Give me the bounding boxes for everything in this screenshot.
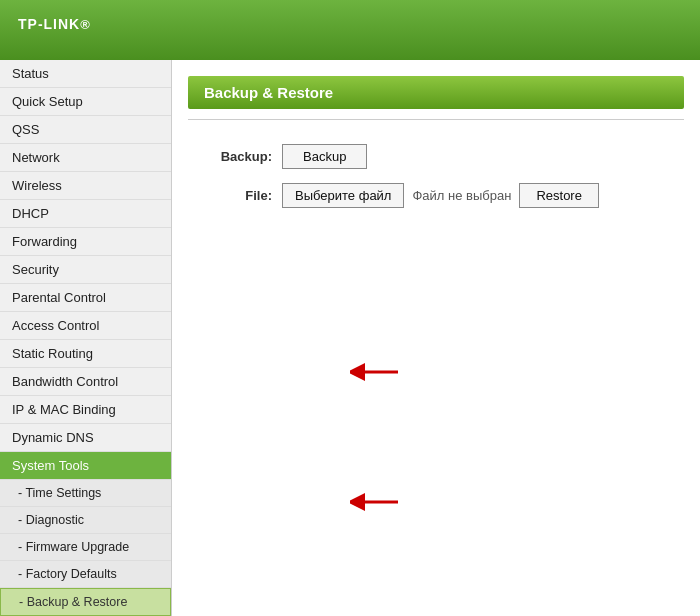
sidebar-item-diagnostic[interactable]: - Diagnostic xyxy=(0,507,171,534)
logo-sup: ® xyxy=(80,17,91,32)
sidebar-item-status[interactable]: Status xyxy=(0,60,171,88)
backup-row: Backup: Backup xyxy=(202,144,670,169)
file-status: Файл не выбран xyxy=(412,188,511,203)
sidebar-item-dhcp[interactable]: DHCP xyxy=(0,200,171,228)
sidebar-item-firmware-upgrade[interactable]: - Firmware Upgrade xyxy=(0,534,171,561)
arrow-icon-1 xyxy=(350,358,400,386)
sidebar-item-forwarding[interactable]: Forwarding xyxy=(0,228,171,256)
sidebar-item-access-control[interactable]: Access Control xyxy=(0,312,171,340)
sidebar: StatusQuick SetupQSSNetworkWirelessDHCPF… xyxy=(0,60,172,616)
arrow-2 xyxy=(350,488,400,519)
sidebar-item-time-settings[interactable]: - Time Settings xyxy=(0,480,171,507)
sidebar-item-security[interactable]: Security xyxy=(0,256,171,284)
sidebar-item-factory-defaults[interactable]: - Factory Defaults xyxy=(0,561,171,588)
sidebar-item-backup-restore[interactable]: - Backup & Restore xyxy=(0,588,171,616)
choose-file-button[interactable]: Выберите файл xyxy=(282,183,404,208)
sidebar-item-bandwidth-control[interactable]: Bandwidth Control xyxy=(0,368,171,396)
logo-text: TP-LINK xyxy=(18,16,80,32)
sidebar-item-system-tools[interactable]: System Tools xyxy=(0,452,171,480)
backup-value: Backup xyxy=(282,144,367,169)
backup-button[interactable]: Backup xyxy=(282,144,367,169)
content-area: Backup: Backup File: Выберите файл Файл … xyxy=(172,120,700,246)
restore-button[interactable]: Restore xyxy=(519,183,599,208)
arrow-1 xyxy=(350,358,400,389)
main-content: Backup & Restore Backup: Backup File: Вы… xyxy=(172,60,700,616)
file-row: File: Выберите файл Файл не выбран Resto… xyxy=(202,183,670,208)
arrow-icon-2 xyxy=(350,488,400,516)
header: TP-LINK® xyxy=(0,0,700,60)
file-label: File: xyxy=(202,188,282,203)
sidebar-item-wireless[interactable]: Wireless xyxy=(0,172,171,200)
sidebar-item-quick-setup[interactable]: Quick Setup xyxy=(0,88,171,116)
logo: TP-LINK® xyxy=(18,14,91,46)
backup-label: Backup: xyxy=(202,149,282,164)
sidebar-item-dynamic-dns[interactable]: Dynamic DNS xyxy=(0,424,171,452)
sidebar-item-ip-mac-binding[interactable]: IP & MAC Binding xyxy=(0,396,171,424)
sidebar-item-network[interactable]: Network xyxy=(0,144,171,172)
sidebar-item-qss[interactable]: QSS xyxy=(0,116,171,144)
file-value: Выберите файл Файл не выбран Restore xyxy=(282,183,599,208)
page-title: Backup & Restore xyxy=(188,76,684,109)
sidebar-item-static-routing[interactable]: Static Routing xyxy=(0,340,171,368)
sidebar-item-parental-control[interactable]: Parental Control xyxy=(0,284,171,312)
